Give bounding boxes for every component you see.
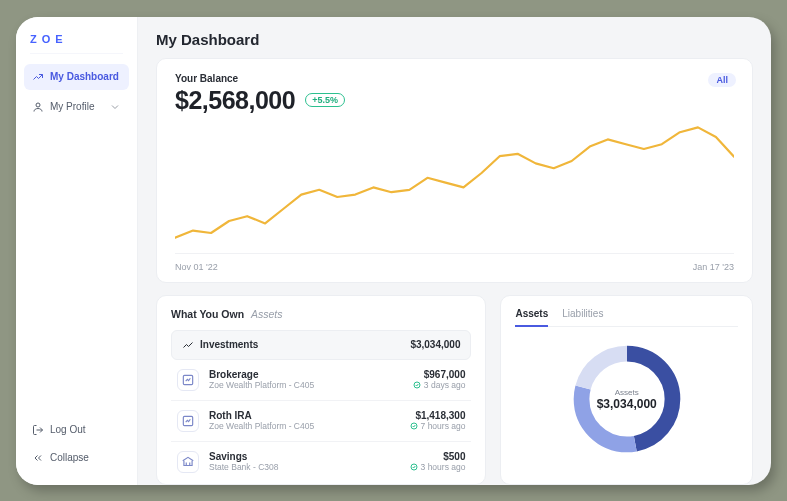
sidebar-item-label: My Profile (50, 101, 94, 112)
donut-center-label: Assets (597, 388, 657, 397)
logout-icon (32, 424, 44, 436)
bank-icon (177, 451, 199, 473)
page-title: My Dashboard (156, 31, 753, 48)
account-row[interactable]: BrokerageZoe Wealth Platform - C405$967,… (171, 360, 471, 401)
account-updated: 7 hours ago (410, 421, 466, 431)
retirement-icon (177, 410, 199, 432)
account-name: Savings (209, 451, 278, 462)
investments-group-row[interactable]: Investments $3,034,000 (171, 330, 471, 360)
sidebar-item-profile[interactable]: My Profile (24, 94, 129, 120)
check-circle-icon (410, 463, 418, 471)
chevron-down-icon (109, 101, 121, 113)
balance-row: $2,568,000 +5.5% (175, 86, 734, 115)
timeframe-filter-pill[interactable]: All (708, 73, 736, 87)
group-label: Investments (200, 339, 258, 350)
check-circle-icon (410, 422, 418, 430)
logout-button[interactable]: Log Out (24, 417, 129, 443)
axis-start-label: Nov 01 '22 (175, 262, 218, 272)
brokerage-icon (177, 369, 199, 391)
balance-amount: $2,568,000 (175, 86, 295, 115)
own-title: What You Own Assets (171, 308, 471, 320)
account-name: Roth IRA (209, 410, 314, 421)
logout-label: Log Out (50, 424, 86, 435)
user-icon (32, 101, 44, 113)
account-provider: Zoe Wealth Platform - C405 (209, 421, 314, 431)
sidebar-item-label: My Dashboard (50, 71, 119, 82)
tab-assets[interactable]: Assets (515, 308, 548, 327)
brand-logo: ZOE (16, 31, 137, 51)
account-info: Roth IRAZoe Wealth Platform - C405 (209, 410, 314, 431)
chart-line-icon (32, 71, 44, 83)
balance-label: Your Balance (175, 73, 734, 84)
donut-wrap: Assets $3,034,000 (515, 327, 738, 472)
donut-center: Assets $3,034,000 (597, 388, 657, 411)
accounts-list: BrokerageZoe Wealth Platform - C405$967,… (171, 360, 471, 482)
sidebar-item-dashboard[interactable]: My Dashboard (24, 64, 129, 90)
account-value: $1,418,300 (410, 410, 466, 421)
account-right: $5003 hours ago (410, 451, 466, 472)
balance-chart (175, 125, 734, 245)
account-row[interactable]: Roth IRAZoe Wealth Platform - C405$1,418… (171, 401, 471, 442)
assets-summary-card: Assets Liabilities Assets $3,034,000 (500, 295, 753, 485)
collapse-label: Collapse (50, 452, 89, 463)
lower-row: What You Own Assets Investments $3,034,0… (156, 295, 753, 485)
account-value: $500 (410, 451, 466, 462)
check-circle-icon (413, 381, 421, 389)
account-name: Brokerage (209, 369, 314, 380)
balance-delta-pill: +5.5% (305, 93, 345, 107)
account-right: $967,0003 days ago (413, 369, 466, 390)
donut-center-value: $3,034,000 (597, 397, 657, 411)
account-info: BrokerageZoe Wealth Platform - C405 (209, 369, 314, 390)
sidebar: ZOE My Dashboard My Profile Log Out Coll… (16, 17, 138, 485)
account-provider: Zoe Wealth Platform - C405 (209, 380, 314, 390)
app-window: ZOE My Dashboard My Profile Log Out Coll… (16, 17, 771, 485)
account-provider: State Bank - C308 (209, 462, 278, 472)
account-updated: 3 hours ago (410, 462, 466, 472)
collapse-icon (32, 452, 44, 464)
account-right: $1,418,3007 hours ago (410, 410, 466, 431)
account-row[interactable]: SavingsState Bank - C308$5003 hours ago (171, 442, 471, 482)
own-subtitle: Assets (251, 308, 283, 320)
balance-axis: Nov 01 '22 Jan 17 '23 (175, 253, 734, 272)
account-info: SavingsState Bank - C308 (209, 451, 278, 472)
divider (30, 53, 123, 54)
svg-point-0 (36, 103, 40, 107)
balance-chart-svg (175, 125, 734, 245)
sidebar-bottom: Log Out Collapse (16, 417, 137, 475)
tab-liabilities[interactable]: Liabilities (562, 308, 603, 326)
collapse-button[interactable]: Collapse (24, 445, 129, 471)
main-area: My Dashboard Your Balance $2,568,000 +5.… (138, 17, 771, 485)
balance-card: Your Balance $2,568,000 +5.5% All Nov 01… (156, 58, 753, 283)
axis-end-label: Jan 17 '23 (693, 262, 734, 272)
own-title-text: What You Own (171, 308, 244, 320)
sidebar-nav: My Dashboard My Profile (16, 64, 137, 120)
group-total: $3,034,000 (410, 339, 460, 350)
what-you-own-card: What You Own Assets Investments $3,034,0… (156, 295, 486, 485)
account-value: $967,000 (413, 369, 466, 380)
chart-line-icon (182, 339, 194, 351)
summary-tabs: Assets Liabilities (515, 308, 738, 327)
account-updated: 3 days ago (413, 380, 466, 390)
